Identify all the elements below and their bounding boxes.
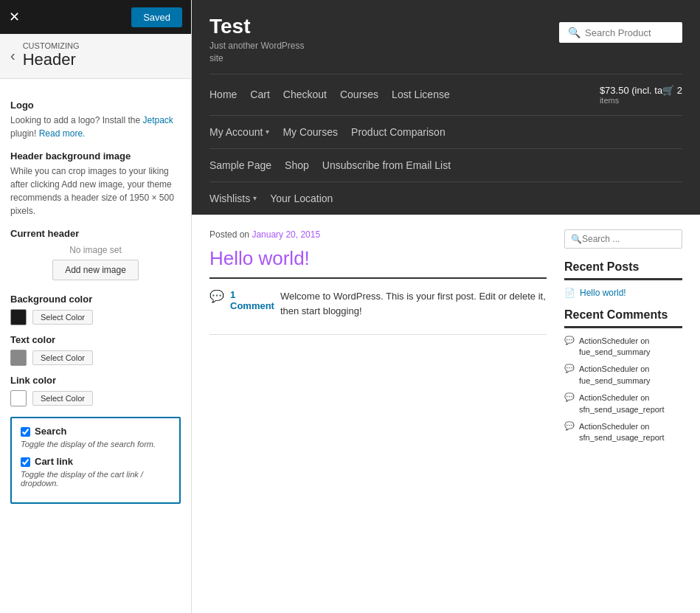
- wp-sidebar: 🔍 Recent Posts 📄 Hello world! Recent Com…: [564, 229, 682, 598]
- site-info: Test Just another WordPresssite: [209, 15, 305, 65]
- wp-header: Test Just another WordPresssite 🔍 Home C…: [192, 0, 700, 215]
- doc-icon: 📄: [564, 288, 575, 298]
- sidebar-search-icon: 🔍: [571, 234, 582, 244]
- nav-item-your-location[interactable]: Your Location: [270, 182, 346, 215]
- nav-item-checkout[interactable]: Checkout: [283, 78, 340, 111]
- wp-nav: Home Cart Checkout Courses Lost License …: [192, 74, 700, 215]
- close-button[interactable]: ✕: [9, 10, 20, 24]
- logo-section-title: Logo: [10, 100, 181, 111]
- header-search-box[interactable]: 🔍: [559, 22, 682, 43]
- wp-content: Posted on January 20, 2015 Hello world! …: [192, 215, 700, 613]
- text-color-row: Select Color: [10, 350, 181, 366]
- cart-link-checkbox-description: Toggle the display of the cart link / dr…: [21, 470, 170, 488]
- header-search-icon: 🔍: [568, 27, 581, 38]
- comment-bubble-icon-1: 💬: [564, 364, 575, 373]
- nav-item-wishlists[interactable]: Wishlists ▾: [209, 182, 270, 215]
- nav-item-cart[interactable]: Cart: [250, 78, 283, 111]
- nav-item-product-comparison[interactable]: Product Comparison: [351, 116, 459, 148]
- text-color-swatch[interactable]: [10, 350, 27, 366]
- post-excerpt: Welcome to WordPress. This is your first…: [280, 289, 547, 320]
- background-color-label: Background color: [10, 294, 181, 305]
- nav-row-2: My Account ▾ My Courses Product Comparis…: [209, 115, 682, 148]
- customizer-panel: ✕ Saved ‹ Customizing Header Logo Lookin…: [0, 0, 192, 613]
- background-color-row: Select Color: [10, 309, 181, 325]
- sidebar-post-item[interactable]: 📄 Hello world!: [564, 288, 682, 298]
- link-color-button[interactable]: Select Color: [32, 391, 93, 406]
- panel-body: Logo Looking to add a logo? Install the …: [0, 79, 191, 613]
- logo-description: Looking to add a logo? Install the Jetpa…: [10, 114, 181, 140]
- sidebar-comment-text-3: ActionScheduler on sfn_send_usage_report: [579, 421, 682, 444]
- sidebar-comment-2: 💬 ActionScheduler on sfn_send_usage_repo…: [564, 392, 682, 415]
- comment-bubble-icon-0: 💬: [564, 336, 575, 345]
- sidebar-comment-text-0: ActionScheduler on fue_send_summary: [579, 336, 682, 359]
- nav-row-3: Sample Page Shop Unsubscribe from Email …: [209, 148, 682, 181]
- customizing-section-title: Header: [23, 50, 80, 69]
- sidebar-post-label[interactable]: Hello world!: [580, 288, 626, 298]
- sidebar-search-input[interactable]: [582, 234, 693, 244]
- post-date-link[interactable]: January 20, 2015: [252, 229, 320, 240]
- recent-comments-divider: [564, 326, 682, 328]
- current-header-label: Current header: [10, 228, 181, 239]
- jetpack-link[interactable]: Jetpack: [142, 115, 173, 125]
- text-color-button[interactable]: Select Color: [32, 350, 93, 365]
- add-new-image-button[interactable]: Add new image: [52, 260, 139, 280]
- sidebar-comment-text-2: ActionScheduler on sfn_send_usage_report: [579, 392, 682, 415]
- link-color-label: Link color: [10, 375, 181, 386]
- wp-header-top: Test Just another WordPresssite 🔍: [192, 0, 700, 74]
- nav-item-shop[interactable]: Shop: [285, 149, 322, 181]
- options-highlight-box: Search Toggle the display of the search …: [10, 417, 181, 504]
- nav-item-my-courses[interactable]: My Courses: [283, 116, 351, 148]
- recent-comments-title: Recent Comments: [564, 308, 682, 322]
- nav-item-home[interactable]: Home: [209, 78, 250, 111]
- header-search-input[interactable]: [585, 27, 673, 38]
- recent-posts-divider: [564, 278, 682, 280]
- customizer-topbar: ✕ Saved: [0, 0, 191, 34]
- sidebar-comment-0: 💬 ActionScheduler on fue_send_summary: [564, 336, 682, 359]
- sidebar-comment-1: 💬 ActionScheduler on fue_send_summary: [564, 364, 682, 387]
- customizing-label: Customizing: [23, 41, 80, 50]
- nav-item-lost-license[interactable]: Lost License: [392, 78, 463, 111]
- nav-item-unsubscribe[interactable]: Unsubscribe from Email List: [322, 149, 464, 181]
- comment-icon: 💬: [209, 289, 224, 303]
- nav-row-4: Wishlists ▾ Your Location: [209, 181, 682, 215]
- header-bg-description: While you can crop images to your liking…: [10, 164, 181, 218]
- comment-bubble-icon-3: 💬: [564, 421, 575, 431]
- recent-posts-title: Recent Posts: [564, 260, 682, 274]
- saved-button[interactable]: Saved: [131, 7, 182, 27]
- no-image-text: No image set: [10, 245, 181, 255]
- customizer-title-wrap: Customizing Header: [23, 41, 80, 69]
- sidebar-comment-text-1: ActionScheduler on fue_send_summary: [579, 364, 682, 387]
- background-color-swatch[interactable]: [10, 309, 27, 325]
- post-divider: [209, 277, 547, 279]
- text-color-label: Text color: [10, 334, 181, 345]
- cart-link-checkbox-label[interactable]: Cart link: [35, 456, 73, 467]
- search-checkbox-label[interactable]: Search: [35, 426, 66, 437]
- link-color-row: Select Color: [10, 390, 181, 406]
- site-tagline: Just another WordPresssite: [209, 40, 305, 65]
- comment-row: 💬 1 Comment Welcome to WordPress. This i…: [209, 289, 547, 320]
- sidebar-search-box[interactable]: 🔍: [564, 229, 682, 249]
- wp-main: Posted on January 20, 2015 Hello world! …: [209, 229, 547, 598]
- nav-item-sample-page[interactable]: Sample Page: [209, 149, 285, 181]
- site-title: Test: [209, 15, 305, 38]
- link-color-swatch[interactable]: [10, 390, 27, 406]
- header-bg-section-title: Header background image: [10, 150, 181, 162]
- search-checkbox-description: Toggle the display of the search form.: [21, 440, 170, 449]
- search-checkbox[interactable]: [21, 427, 30, 437]
- preview-area: Test Just another WordPresssite 🔍 Home C…: [192, 0, 700, 613]
- read-more-link[interactable]: Read more.: [39, 128, 86, 139]
- nav-item-my-account[interactable]: My Account ▾: [209, 116, 283, 148]
- cart-total: $73.50 (incl. ta🛒 2 items: [600, 75, 682, 115]
- post-meta: Posted on January 20, 2015: [209, 229, 547, 240]
- customizer-header: ‹ Customizing Header: [0, 34, 191, 79]
- cart-link-checkbox-row: Cart link: [21, 456, 170, 467]
- search-checkbox-row: Search: [21, 426, 170, 437]
- post-title[interactable]: Hello world!: [209, 247, 547, 270]
- background-color-button[interactable]: Select Color: [32, 310, 93, 325]
- comment-link[interactable]: 1 Comment: [230, 289, 274, 311]
- nav-row-1: Home Cart Checkout Courses Lost License …: [209, 74, 682, 115]
- cart-link-checkbox[interactable]: [21, 457, 30, 467]
- comment-bubble-icon-2: 💬: [564, 392, 575, 402]
- nav-item-courses[interactable]: Courses: [340, 78, 392, 111]
- back-button[interactable]: ‹: [10, 48, 15, 63]
